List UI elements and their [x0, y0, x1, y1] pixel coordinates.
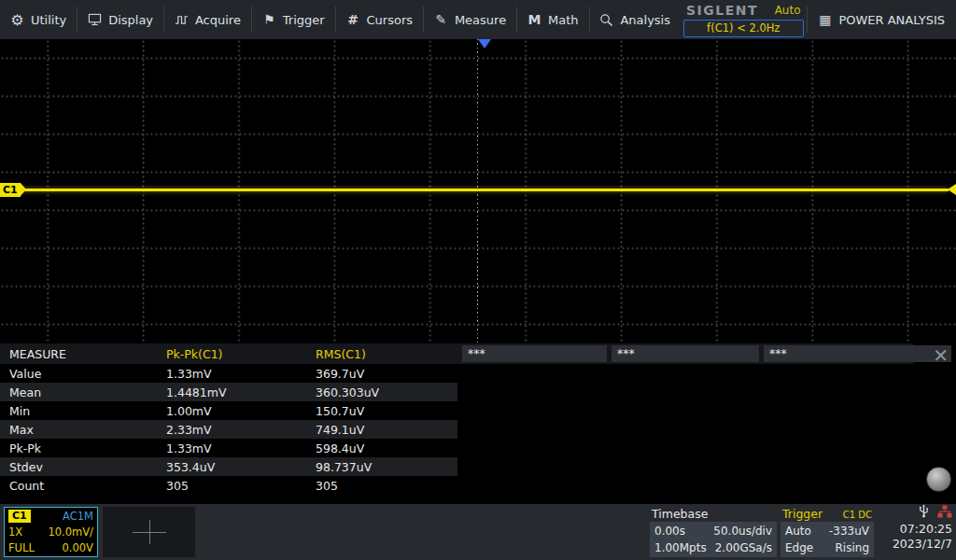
stat-label: Mean	[0, 385, 163, 399]
measure-panel: MEASURE Pk-Pk(C1) RMS(C1) *** *** *** Va…	[0, 343, 956, 504]
measure-close-button[interactable]: ✕	[933, 346, 949, 365]
channel1-bandwidth: FULL	[8, 541, 35, 554]
menu-item-utility-label: Utility	[31, 13, 66, 27]
trigger-level: -333uV	[829, 525, 869, 538]
stat-value: 369.7uV	[313, 367, 462, 381]
timebase-label: Timebase	[650, 507, 777, 522]
channel1-level-marker[interactable]: C1	[0, 183, 21, 197]
menu-item-math-label: Math	[548, 13, 579, 27]
measure-row-max: Max 2.33mV 749.1uV	[0, 420, 956, 439]
power-analysis-label: POWER ANALYSIS	[838, 13, 945, 27]
measure-column-pkpk: Pk-Pk(C1)	[163, 347, 313, 361]
usb-icon	[919, 504, 929, 522]
measure-column-empty-2[interactable]: ***	[612, 345, 759, 362]
oscilloscope-screen: ⚙ Utility Display Acquire ⚑ Trigger # Cu…	[0, 0, 956, 560]
trigger-label: Trigger	[782, 507, 822, 521]
rotary-knob-indicator[interactable]	[926, 467, 951, 492]
stat-value: 360.303uV	[313, 385, 462, 399]
cursors-icon: #	[346, 12, 360, 27]
power-analysis-button[interactable]: ▦ POWER ANALYSIS	[807, 0, 956, 39]
acquisition-status: Auto	[775, 4, 801, 17]
siglent-logo: SIGLENT	[686, 3, 758, 18]
measure-row-pkpk: Pk-Pk 1.33mV 598.4uV	[0, 439, 956, 457]
analysis-icon	[599, 13, 613, 27]
measure-row-mean: Mean 1.4481mV 360.303uV	[0, 383, 956, 401]
channel1-coupling: AC1M	[63, 510, 93, 523]
stat-label: Pk-Pk	[0, 441, 163, 455]
trigger-position-marker[interactable]	[478, 39, 491, 49]
channel1-probe: 1X	[8, 525, 22, 539]
add-channel-slot[interactable]	[103, 507, 195, 557]
channel1-offset: 0.00V	[63, 541, 93, 554]
measure-column-empty-3[interactable]: ***	[764, 345, 951, 362]
menu-item-utility[interactable]: ⚙ Utility	[0, 0, 77, 39]
trigger-position-line	[477, 39, 478, 343]
menu-item-acquire-label: Acquire	[195, 13, 241, 27]
channel1-descriptor-box[interactable]: C1 AC1M 1X 10.0mV/ FULL 0.00V	[4, 507, 98, 557]
trigger-mode: Auto	[785, 525, 829, 538]
stat-value: 150.7uV	[313, 404, 462, 418]
lan-icon	[937, 505, 952, 522]
stat-label: Max	[0, 423, 163, 437]
menu-item-measure-label: Measure	[455, 13, 506, 27]
trigger-source: C1 DC	[843, 510, 872, 520]
stat-value: 1.33mV	[163, 441, 313, 455]
stat-label: Stdev	[0, 460, 163, 474]
measure-row-min: Min 1.00mV 150.7uV	[0, 401, 956, 420]
measure-row-count: Count 305 305	[0, 476, 956, 495]
menu-item-acquire[interactable]: Acquire	[164, 0, 251, 39]
menu-item-cursors[interactable]: # Cursors	[336, 0, 424, 39]
math-icon: M	[527, 12, 541, 27]
channel1-scale: 10.0mV/	[48, 525, 93, 539]
timebase-samplerate: 2.00GSa/s	[713, 541, 772, 554]
stat-label: Min	[0, 404, 163, 418]
stat-label: Count	[0, 479, 163, 493]
menu-item-display[interactable]: Display	[77, 0, 163, 39]
measure-panel-title: MEASURE	[0, 347, 163, 361]
trigger-type: Edge	[785, 541, 829, 554]
top-menu-bar: ⚙ Utility Display Acquire ⚑ Trigger # Cu…	[0, 0, 956, 39]
acquire-icon	[175, 13, 189, 26]
stat-value: 1.33mV	[163, 367, 313, 381]
measure-column-rms: RMS(C1)	[313, 347, 462, 361]
bottom-status-bar: C1 AC1M 1X 10.0mV/ FULL 0.00V Timebase 0…	[0, 504, 956, 560]
stat-value: 353.4uV	[163, 460, 313, 474]
menu-item-analysis-label: Analysis	[620, 13, 670, 27]
stat-value: 305	[313, 479, 462, 493]
stat-value: 598.4uV	[313, 441, 462, 455]
timebase-panel[interactable]: Timebase 0.00s 50.0us/div 1.00Mpts 2.00G…	[650, 507, 777, 557]
menu-item-trigger[interactable]: ⚑ Trigger	[252, 0, 335, 39]
stat-value: 1.4481mV	[163, 385, 313, 399]
measure-row-stdev: Stdev 353.4uV 98.737uV	[0, 457, 956, 476]
menu-item-math[interactable]: M Math	[517, 0, 589, 39]
timebase-scale: 50.0us/div	[713, 525, 772, 538]
measure-header-row: MEASURE Pk-Pk(C1) RMS(C1) *** *** ***	[0, 343, 956, 364]
brand-status-block: SIGLENT Auto f(C1) < 2.0Hz	[681, 0, 806, 39]
measure-icon: ✎	[434, 12, 448, 27]
menu-item-trigger-label: Trigger	[283, 13, 325, 27]
menu-item-display-label: Display	[108, 13, 153, 27]
trigger-slope: Rising	[829, 541, 869, 554]
gear-icon: ⚙	[10, 11, 24, 29]
power-analysis-icon: ▦	[818, 12, 832, 27]
trigger-level-marker[interactable]	[948, 184, 956, 195]
menu-item-analysis[interactable]: Analysis	[589, 0, 681, 39]
measure-row-value: Value 1.33mV 369.7uV	[0, 364, 956, 383]
stat-value: 305	[163, 479, 313, 493]
stat-value: 2.33mV	[163, 423, 313, 437]
clock-time: 07:20:25	[900, 522, 952, 537]
stat-value: 749.1uV	[313, 423, 462, 437]
trigger-panel[interactable]: Trigger C1 DC Auto -333uV Edge Rising	[780, 507, 874, 557]
frequency-counter: f(C1) < 2.0Hz	[683, 20, 803, 37]
clock-date: 2023/12/7	[893, 537, 952, 552]
status-block: 07:20:25 2023/12/7	[872, 506, 952, 553]
channel1-badge: C1	[8, 510, 31, 523]
menu-item-measure[interactable]: ✎ Measure	[424, 0, 516, 39]
stat-value: 98.737uV	[313, 460, 462, 474]
waveform-display[interactable]: C1	[0, 39, 956, 343]
crosshair-plus-icon	[133, 520, 166, 544]
menu-item-cursors-label: Cursors	[367, 13, 414, 27]
channel1-trace	[0, 189, 949, 191]
measure-column-empty-1[interactable]: ***	[462, 345, 607, 362]
timebase-memory: 1.00Mpts	[654, 541, 713, 554]
